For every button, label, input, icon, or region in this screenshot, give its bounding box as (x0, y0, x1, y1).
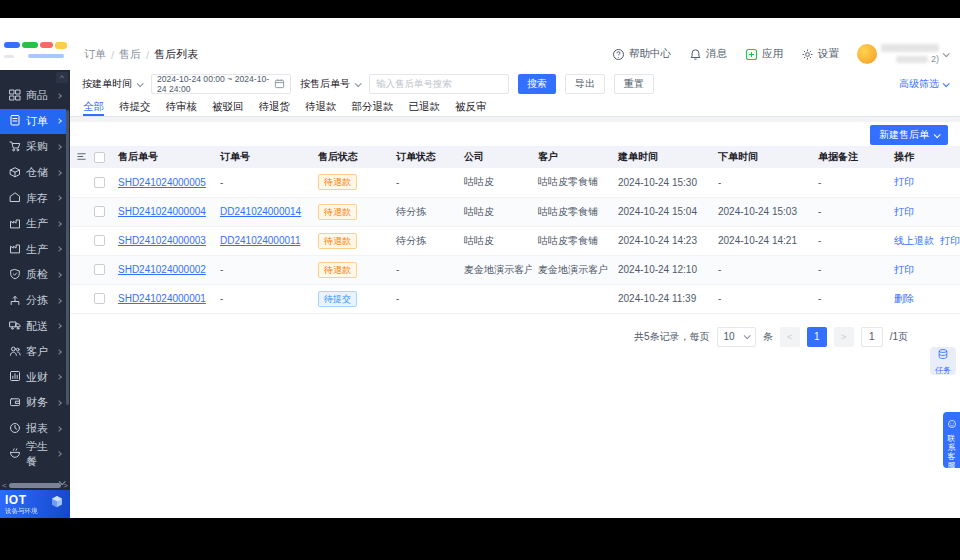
sidebar-item-生产[interactable]: 生产 (0, 237, 66, 263)
breadcrumb-item[interactable]: 售后 (119, 47, 141, 62)
page-jumper-input[interactable]: 1 (861, 327, 883, 347)
sidebar-item-采购[interactable]: 采购 (0, 134, 66, 160)
help-center-button[interactable]: 帮助中心 (612, 47, 671, 61)
search-button[interactable]: 搜索 (518, 74, 556, 94)
sidebar-item-label: 配送 (26, 319, 48, 334)
cart-icon (9, 140, 26, 154)
total-pages-label: /1页 (890, 330, 908, 344)
sidebar-item-label: 学生餐 (26, 439, 57, 468)
hscroll-right-arrow[interactable]: > (63, 481, 68, 490)
task-float-button[interactable]: 任务 (930, 347, 956, 375)
aftersale-no-link[interactable]: SHD241024000004 (118, 206, 206, 217)
create-aftersale-button[interactable]: 新建售后单 (870, 125, 948, 145)
tab-已退款[interactable]: 已退款 (409, 98, 441, 116)
tab-待退款[interactable]: 待退款 (305, 98, 337, 116)
search-input[interactable]: 输入售后单号搜索 (369, 74, 509, 94)
sidebar-item-配送[interactable]: 配送 (0, 313, 66, 339)
sidebar-item-仓储[interactable]: 仓储 (0, 160, 66, 186)
sidebar-hscrollbar[interactable]: < > (0, 480, 70, 490)
messages-button[interactable]: 消息 (689, 47, 727, 61)
sidebar-item-财务[interactable]: 财务 (0, 390, 66, 416)
action-link-线上退款[interactable]: 线上退款 (894, 235, 934, 246)
tab-被反审[interactable]: 被反审 (455, 98, 487, 116)
row-checkbox[interactable] (94, 264, 105, 275)
tab-待审核[interactable]: 待审核 (166, 98, 198, 116)
select-all-checkbox[interactable] (94, 152, 105, 163)
chevron-right-icon (56, 298, 62, 304)
settings-button[interactable]: 设置 (801, 47, 839, 61)
prev-page-button[interactable]: < (780, 327, 800, 347)
action-link-打印[interactable]: 打印 (894, 264, 914, 275)
sidebar-item-报表[interactable]: 报表 (0, 416, 66, 442)
sidebar-item-客户[interactable]: 客户 (0, 339, 66, 365)
row-checkbox[interactable] (94, 177, 105, 188)
checkbox-cell (88, 284, 112, 313)
user-menu[interactable]: 2) (857, 44, 948, 64)
time-field-select[interactable]: 按建单时间 (82, 77, 142, 91)
expand-cell (70, 284, 88, 313)
sidebar-item-label: 生产 (26, 242, 48, 257)
chevron-down-icon (943, 80, 950, 87)
tab-被驳回[interactable]: 被驳回 (212, 98, 244, 116)
aftersale-no-link[interactable]: SHD241024000005 (118, 177, 206, 188)
row-checkbox[interactable] (94, 235, 105, 246)
order-no-link[interactable]: DD241024000011 (220, 235, 300, 246)
aftersale-no-link[interactable]: SHD241024000003 (118, 235, 206, 246)
row-checkbox[interactable] (94, 206, 105, 217)
action-link-打印[interactable]: 打印 (940, 235, 960, 246)
search-field-select[interactable]: 按售后单号 (300, 77, 360, 91)
expand-cell (70, 168, 88, 197)
sidebar-item-学生餐[interactable]: 学生餐 (0, 441, 66, 467)
tab-部分退款[interactable]: 部分退款 (352, 98, 394, 116)
action-link-打印[interactable]: 打印 (894, 206, 914, 217)
sidebar-item-质检[interactable]: 质检 (0, 262, 66, 288)
sidebar-scroll-up[interactable]: ^ (56, 72, 68, 83)
chevron-right-icon (56, 221, 62, 227)
apps-button[interactable]: 应用 (745, 47, 783, 61)
expand-all-icon[interactable] (76, 153, 87, 164)
column-header-单据备注: 单据备注 (812, 146, 888, 168)
note-cell: - (812, 168, 888, 197)
page-1-button[interactable]: 1 (807, 327, 827, 347)
sidebar-item-分拣[interactable]: 分拣 (0, 288, 66, 314)
reset-button[interactable]: 重置 (614, 74, 654, 94)
truck-icon (9, 319, 26, 333)
page-size-select[interactable]: 10 (717, 327, 756, 347)
date-range-input[interactable]: 2024-10-24 00:00 ~ 2024-10-24 24:00 (151, 74, 291, 94)
avatar (857, 44, 877, 64)
hscroll-thumb[interactable] (9, 483, 62, 488)
row-checkbox[interactable] (94, 293, 105, 304)
task-stack-icon (937, 346, 949, 364)
sidebar-item-label: 库存 (26, 191, 48, 206)
iot-title: IOT (5, 494, 38, 506)
sidebar-scroll-down[interactable] (59, 471, 67, 479)
sidebar-item-label: 财务 (26, 395, 48, 410)
sidebar-item-商品[interactable]: 商品 (0, 83, 66, 109)
sidebar: ^ 商品订单采购仓储库存生产生产质检分拣配送客户业财财务报表学生餐 < > IO… (0, 70, 70, 518)
tab-全部[interactable]: 全部 (83, 98, 104, 116)
sidebar-scrollbar[interactable] (66, 110, 69, 405)
iot-banner[interactable]: IOT 设备与环境 (0, 490, 70, 518)
chevron-down-icon (137, 80, 144, 87)
order-no-link[interactable]: DD241024000014 (220, 206, 301, 217)
actions-cell: 线上退款打印 (888, 226, 960, 255)
customer-cell (532, 284, 612, 313)
aftersale-no-link[interactable]: SHD241024000001 (118, 293, 206, 304)
action-link-打印[interactable]: 打印 (894, 176, 914, 187)
tab-待退货[interactable]: 待退货 (259, 98, 291, 116)
advanced-filter-link[interactable]: 高级筛选 (899, 77, 948, 91)
gear-icon (801, 48, 814, 61)
sidebar-item-生产[interactable]: 生产 (0, 211, 66, 237)
action-link-删除[interactable]: 删除 (894, 293, 914, 304)
breadcrumb-item[interactable]: 订单 (84, 47, 106, 62)
checkbox-cell (88, 255, 112, 284)
tab-待提交[interactable]: 待提交 (119, 98, 151, 116)
sidebar-item-库存[interactable]: 库存 (0, 185, 66, 211)
next-page-button[interactable]: > (834, 327, 854, 347)
aftersale-no-link[interactable]: SHD241024000002 (118, 264, 206, 275)
export-button[interactable]: 导出 (565, 74, 605, 94)
sidebar-item-业财[interactable]: 业财 (0, 365, 66, 391)
sidebar-item-订单[interactable]: 订单 (0, 109, 66, 135)
customer-service-float-button[interactable]: 联系客服 (943, 412, 960, 468)
hscroll-left-arrow[interactable]: < (2, 481, 7, 490)
